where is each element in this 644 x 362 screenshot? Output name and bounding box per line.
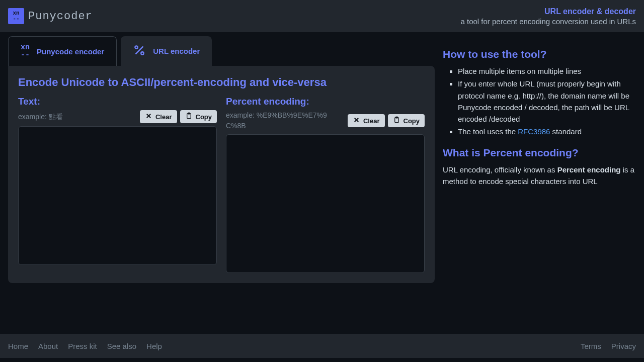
footer-link-see-also[interactable]: See also — [107, 342, 136, 350]
tab-label: Punycode encoder — [37, 47, 104, 56]
percent-input[interactable] — [226, 134, 425, 273]
percent-label: Percent encoding: — [226, 96, 425, 107]
copy-text-button[interactable]: Copy — [180, 110, 217, 123]
svg-line-0 — [136, 46, 143, 54]
help-sidebar: How to use the tool? Place multiple item… — [443, 36, 636, 283]
footer: Home About Press kit See also Help Terms… — [0, 334, 644, 358]
text-label: Text: — [18, 96, 217, 107]
what-is-body: URL encoding, officially known as Percen… — [443, 164, 636, 188]
footer-right: Terms Privacy — [581, 342, 636, 350]
encoder-panel: Encode Unicode to ASCII/percent-encoding… — [8, 66, 435, 283]
tab-punycode-encoder[interactable]: xn-- Punycode encoder — [8, 36, 117, 66]
text-example: example: 點看 — [18, 112, 63, 122]
footer-link-press-kit[interactable]: Press kit — [68, 342, 97, 350]
how-to-list: Place multiple items on multiple lines I… — [443, 65, 636, 138]
close-icon — [145, 112, 152, 121]
logo-icon: xn -- — [8, 8, 24, 24]
percent-column: Percent encoding: example: %E9%BB%9E%E7%… — [226, 96, 425, 273]
panel-title: Encode Unicode to ASCII/percent-encoding… — [18, 76, 425, 89]
percent-icon — [133, 44, 146, 58]
button-label: Clear — [155, 113, 172, 121]
clear-percent-button[interactable]: Clear — [348, 114, 385, 127]
footer-link-privacy[interactable]: Privacy — [611, 342, 636, 350]
button-label: Copy — [196, 113, 212, 121]
tab-label: URL encoder — [153, 47, 200, 55]
header-right: URL encoder & decoder a tool for percent… — [460, 7, 636, 26]
clipboard-icon — [393, 116, 400, 125]
svg-point-1 — [135, 46, 138, 48]
list-item: If you enter whole URL (must properly be… — [458, 78, 636, 125]
footer-link-terms[interactable]: Terms — [581, 342, 601, 350]
svg-point-2 — [141, 52, 143, 54]
page-title: URL encoder & decoder — [460, 7, 636, 16]
how-to-title: How to use the tool? — [443, 48, 636, 60]
percent-example: example: %E9%BB%9E%E7%9C%8B — [226, 110, 337, 131]
clear-text-button[interactable]: Clear — [140, 110, 177, 123]
tab-url-encoder[interactable]: URL encoder — [121, 36, 212, 66]
close-icon — [353, 116, 360, 125]
copy-percent-button[interactable]: Copy — [388, 114, 425, 127]
page-subtitle: a tool for percent encoding conversion u… — [460, 17, 636, 26]
header: xn -- Punycoder URL encoder & decoder a … — [0, 0, 644, 32]
clipboard-icon — [185, 112, 193, 121]
footer-link-help[interactable]: Help — [146, 342, 162, 350]
main: xn-- Punycode encoder URL encoder Encode… — [0, 32, 644, 291]
encoder-column: xn-- Punycode encoder URL encoder Encode… — [8, 36, 435, 283]
text-input[interactable] — [18, 126, 217, 265]
footer-link-home[interactable]: Home — [8, 342, 28, 350]
tabs: xn-- Punycode encoder URL encoder — [8, 36, 435, 66]
what-is-title: What is Percent encoding? — [443, 147, 636, 159]
text-column: Text: example: 點看 Clear — [18, 96, 217, 273]
punycode-icon: xn-- — [21, 44, 30, 59]
footer-left: Home About Press kit See also Help — [8, 342, 162, 350]
button-label: Copy — [404, 117, 420, 125]
list-item: The tool uses the RFC3986 standard — [458, 126, 636, 137]
footer-link-about[interactable]: About — [38, 342, 58, 350]
brand-name: Punycoder — [28, 10, 93, 23]
logo-group[interactable]: xn -- Punycoder — [8, 8, 93, 24]
list-item: Place multiple items on multiple lines — [458, 65, 636, 77]
rfc-link[interactable]: RFC3986 — [518, 127, 550, 136]
button-label: Clear — [363, 117, 380, 125]
